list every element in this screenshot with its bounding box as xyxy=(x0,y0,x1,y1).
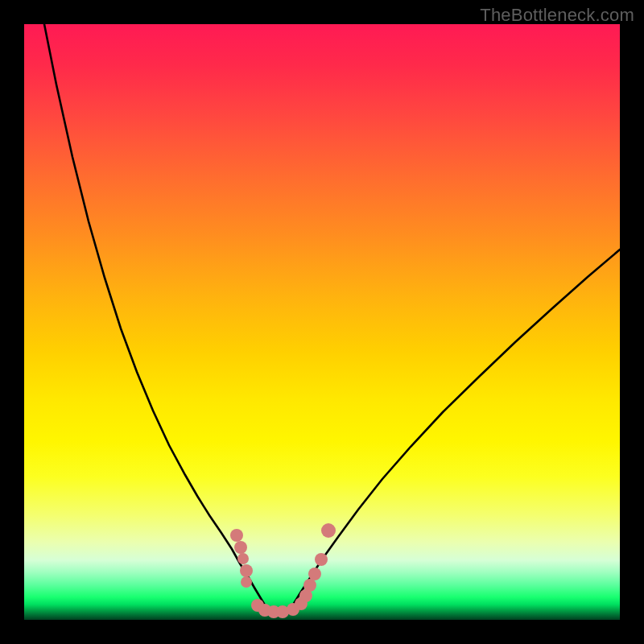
data-marker xyxy=(308,568,321,580)
data-marker xyxy=(230,529,243,542)
data-marker xyxy=(303,579,316,592)
data-marker xyxy=(234,541,247,554)
curve-layer xyxy=(24,24,620,620)
data-marker xyxy=(241,576,252,588)
watermark-text: TheBottleneck.com xyxy=(480,5,634,26)
plot-area xyxy=(24,24,620,620)
data-marker xyxy=(237,553,249,564)
chart-frame: TheBottleneck.com xyxy=(0,0,644,644)
data-marker xyxy=(315,553,328,566)
curve-right xyxy=(290,250,620,610)
curve-left xyxy=(44,24,267,610)
data-marker xyxy=(321,523,336,538)
data-markers xyxy=(230,523,336,618)
data-marker xyxy=(240,564,253,577)
